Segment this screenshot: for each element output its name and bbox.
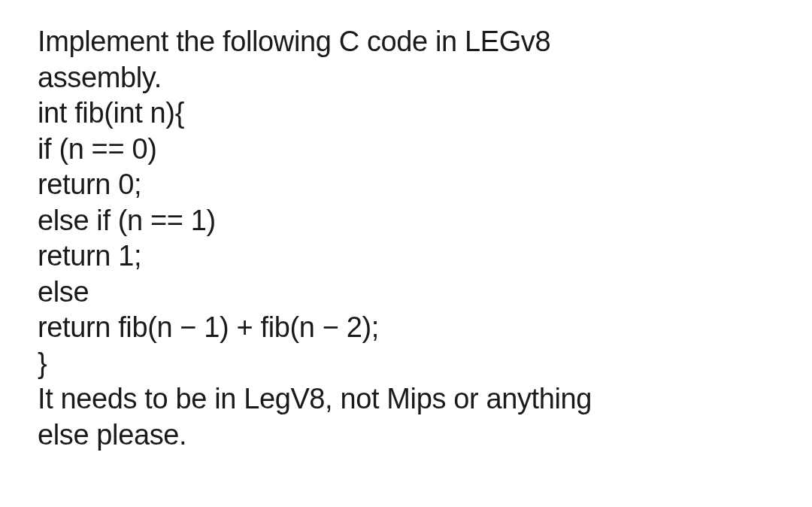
- intro-line-2: assembly.: [38, 60, 774, 96]
- code-line-7: return fib(n − 1) + fib(n − 2);: [38, 310, 774, 346]
- code-line-5: return 1;: [38, 238, 774, 275]
- code-line-6: else: [38, 275, 774, 311]
- note-line-1: It needs to be in LegV8, not Mips or any…: [38, 381, 774, 417]
- code-line-8: }: [38, 346, 774, 382]
- intro-line-1: Implement the following C code in LEGv8: [38, 24, 774, 60]
- note-line-2: else please.: [38, 417, 774, 454]
- problem-statement: Implement the following C code in LEGv8 …: [38, 24, 774, 453]
- code-line-4: else if (n == 1): [38, 203, 774, 239]
- code-line-1: int fib(int n){: [38, 96, 774, 132]
- code-line-2: if (n == 0): [38, 132, 774, 168]
- code-line-3: return 0;: [38, 167, 774, 203]
